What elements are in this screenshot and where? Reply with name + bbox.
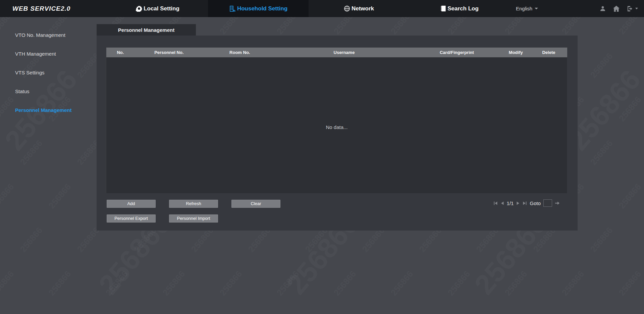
column-header-delete: Delete [530, 48, 567, 57]
nav-tab-household-setting[interactable]: Household Setting [208, 0, 309, 17]
chevron-down-icon [535, 8, 538, 9]
table-body: No data... [106, 57, 567, 193]
goto-button[interactable] [555, 201, 560, 205]
sidebar-item-vth-management[interactable]: VTH Management [0, 44, 97, 63]
topbar-icons [599, 0, 638, 17]
add-button[interactable]: Add [107, 200, 156, 208]
sidebar-item-label: VTS Settings [15, 70, 45, 75]
nav-tab-label: Search Log [447, 5, 479, 12]
clear-button[interactable]: Clear [231, 200, 280, 208]
sidebar-item-vts-settings[interactable]: VTS Settings [0, 63, 97, 82]
language-label: English [516, 6, 532, 11]
topbar: WEB SERVICE2.0 Local Setting Househol [0, 0, 644, 17]
language-selector[interactable]: English [513, 0, 541, 17]
tab-personnel-management[interactable]: Personnel Management [97, 24, 196, 36]
first-page-icon[interactable] [493, 201, 498, 205]
sidebar-item-label: Status [15, 88, 30, 94]
tab-label: Personnel Management [118, 27, 174, 33]
personnel-import-button[interactable]: Personnel Import [169, 214, 218, 223]
personnel-export-button[interactable]: Personnel Export [107, 214, 156, 223]
app-logo: WEB SERVICE2.0 [12, 0, 70, 17]
column-header-username: Username [276, 48, 413, 57]
nav-tab-label: Household Setting [237, 5, 287, 12]
main-panel: No. Personnel No. Room No. Username Card… [97, 36, 578, 231]
column-header-modify: Modify [501, 48, 530, 57]
page-indicator: 1/1 [507, 200, 514, 206]
nav-tab-search-log[interactable]: Search Log [409, 0, 510, 17]
column-header-no: No. [106, 48, 135, 57]
sidebar-item-label: Personnel Management [15, 107, 71, 113]
refresh-button[interactable]: Refresh [169, 200, 218, 208]
home-icon[interactable] [613, 5, 620, 12]
goto-label: Goto [530, 200, 541, 206]
nav-tab-network[interactable]: Network [309, 0, 409, 17]
personnel-table: No. Personnel No. Room No. Username Card… [106, 47, 568, 194]
main-nav: Local Setting Household Setting [107, 0, 510, 17]
nav-tab-label: Local Setting [144, 5, 179, 12]
nav-tab-local-setting[interactable]: Local Setting [107, 0, 208, 17]
chevron-down-icon [635, 8, 638, 9]
logout-icon[interactable] [627, 5, 638, 12]
goto-input[interactable] [543, 199, 552, 207]
log-icon [440, 5, 446, 12]
sidebar-item-label: VTH Management [15, 51, 56, 57]
sidebar-item-personnel-management[interactable]: Personnel Management [0, 101, 97, 119]
sidebar-item-vto-no-management[interactable]: VTO No. Management [0, 25, 97, 44]
table-header-row: No. Personnel No. Room No. Username Card… [106, 48, 567, 57]
building-icon [229, 5, 236, 12]
empty-state-text: No data... [326, 124, 347, 193]
next-page-icon[interactable] [516, 201, 520, 205]
sidebar-item-label: VTO No. Management [15, 32, 65, 38]
sidebar-item-status[interactable]: Status [0, 82, 97, 101]
column-header-room-no: Room No. [204, 48, 276, 57]
prev-page-icon[interactable] [500, 201, 504, 205]
column-header-personnel-no: Personnel No. [135, 48, 204, 57]
column-header-card-fingerprint: Card/Fingerprint [412, 48, 501, 57]
last-page-icon[interactable] [523, 201, 527, 205]
nav-tab-label: Network [352, 5, 374, 12]
pagination: 1/1 Goto [493, 199, 560, 207]
globe-icon [344, 5, 350, 12]
gear-icon [136, 5, 142, 12]
user-icon[interactable] [599, 5, 606, 12]
sidebar: VTO No. Management VTH Management VTS Se… [0, 17, 97, 314]
